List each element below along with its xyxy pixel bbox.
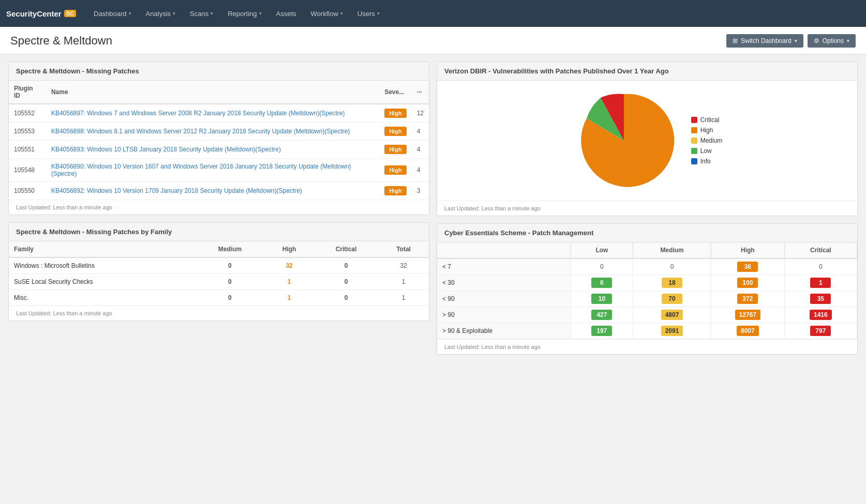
gear-icon: ⚙ (814, 37, 819, 44)
plugin-name: KB4056893: Windows 10 LTSB January 2018 … (46, 141, 379, 159)
patch-cell-high: 8007 (711, 323, 784, 339)
table-row[interactable]: SuSE Local Security Checks 0 1 0 1 (9, 274, 429, 290)
patch-badge-high: 372 (737, 294, 758, 304)
patch-badge-medium: 18 (662, 278, 682, 288)
missing-patches-last-updated: Last Updated: Less than a minute ago (9, 200, 429, 215)
col-total: Total (378, 241, 429, 257)
patch-cell-low: 10 (571, 291, 633, 307)
count-cell: 12 (412, 104, 429, 123)
family-name: Windows : Microsoft Bulletins (9, 257, 196, 274)
patch-badge-low: 197 (591, 326, 612, 336)
legend-label-high: High (700, 127, 713, 134)
table-row[interactable]: < 90107037235 (437, 291, 857, 307)
nav-item-users[interactable]: Users▾ (350, 2, 387, 26)
table-row[interactable]: Windows : Microsoft Bulletins 0 32 0 32 (9, 257, 429, 274)
nav-item-reporting[interactable]: Reporting▾ (220, 2, 268, 26)
count-cell: 4 (412, 141, 429, 159)
patch-cell-high: 100 (711, 275, 784, 291)
table-row[interactable]: 105553 KB4056898: Windows 8.1 and Window… (9, 123, 429, 141)
missing-patches-table-scroll[interactable]: Plugin ID Name Seve... ··· 105552 KB4056… (9, 81, 429, 200)
legend-label-critical: Critical (700, 116, 720, 124)
legend-dot-critical (691, 117, 697, 123)
col-name: Name (46, 81, 379, 104)
table-row[interactable]: 105552 KB4056897: Windows 7 and Windows … (9, 104, 429, 123)
patch-cell-medium: 4807 (633, 307, 711, 323)
navbar: SecurityCenter SC Dashboard▾Analysis▾Sca… (0, 0, 866, 27)
family-name: Misc. (9, 290, 196, 306)
table-row[interactable]: 105550 KB4056892: Windows 10 Version 170… (9, 182, 429, 200)
nav-caret-icon: ▾ (259, 11, 262, 16)
plugin-id: 105551 (9, 141, 46, 159)
nav-item-analysis[interactable]: Analysis▾ (139, 2, 183, 26)
patch-thead: Low Medium High Critical (437, 242, 857, 258)
col-plugin-id: Plugin ID (9, 81, 46, 104)
plugin-name: KB4056892: Windows 10 Version 1709 Janua… (46, 182, 379, 200)
switch-caret-icon: ▾ (795, 38, 797, 43)
family-medium: 0 (196, 274, 265, 290)
patch-badge-low: 427 (591, 310, 612, 320)
nav-items: Dashboard▾Analysis▾Scans▾Reporting▾Asset… (86, 2, 387, 26)
nav-caret-icon: ▾ (129, 11, 131, 16)
patch-row-label: < 7 (437, 258, 571, 275)
patch-badge-medium: 4807 (661, 310, 683, 320)
table-row[interactable]: < 306181001 (437, 275, 857, 291)
patch-badge-high: 100 (737, 278, 758, 288)
nav-label: Reporting (228, 10, 257, 18)
table-row[interactable]: 105548 KB4056890: Windows 10 Version 160… (9, 159, 429, 182)
patch-cell-medium: 70 (633, 291, 711, 307)
pie-section: Critical High Medium Low (437, 81, 857, 201)
table-row[interactable]: < 700360 (437, 258, 857, 275)
patch-cell-low: 0 (571, 258, 633, 275)
nav-item-dashboard[interactable]: Dashboard▾ (86, 2, 139, 26)
pie-svg (572, 89, 676, 192)
nav-label: Analysis (146, 10, 171, 18)
patch-cell-high: 372 (711, 291, 784, 307)
patch-badge-critical: 1416 (810, 310, 832, 320)
page-title: Spectre & Meltdown (10, 34, 112, 48)
legend-dot-high (691, 127, 697, 133)
legend-dot-low (691, 148, 697, 154)
options-button[interactable]: ⚙ Options ▾ (808, 34, 856, 48)
col-severity: Seve... (379, 81, 411, 104)
brand-badge: SC (64, 10, 76, 17)
nav-label: Scans (190, 10, 208, 18)
patch-row-label: < 30 (437, 275, 571, 291)
patch-badge-critical: 1 (810, 278, 831, 288)
table-row[interactable]: 105551 KB4056893: Windows 10 LTSB Januar… (9, 141, 429, 159)
missing-patches-family-body: Family Medium High Critical Total Window… (9, 241, 429, 306)
nav-caret-icon: ▾ (211, 11, 213, 16)
nav-item-workflow[interactable]: Workflow▾ (304, 2, 350, 26)
table-row[interactable]: > 90 & Exploitable19720918007797 (437, 323, 857, 339)
col-medium: Medium (196, 241, 265, 257)
patch-badge-critical: 35 (810, 294, 831, 304)
patch-badge-medium: 70 (662, 294, 682, 304)
patch-badge-low: 10 (591, 294, 612, 304)
table-row[interactable]: Misc. 0 1 0 1 (9, 290, 429, 306)
missing-patches-thead: Plugin ID Name Seve... ··· (9, 81, 429, 104)
family-high: 1 (264, 274, 314, 290)
page-header: Spectre & Meltdown ⊞ Switch Dashboard ▾ … (0, 27, 866, 54)
col-high: High (264, 241, 314, 257)
pie-chart-visual (572, 89, 676, 192)
patch-cell-low: 197 (571, 323, 633, 339)
plugin-id: 105552 (9, 104, 46, 123)
patch-cell-critical: 797 (784, 323, 857, 339)
legend-label-medium: Medium (700, 137, 723, 144)
switch-dashboard-button[interactable]: ⊞ Switch Dashboard ▾ (726, 34, 803, 48)
patch-management-title: Cyber Essentials Scheme - Patch Manageme… (437, 224, 857, 242)
legend-dot-info (691, 158, 697, 164)
col-family: Family (9, 241, 196, 257)
nav-item-scans[interactable]: Scans▾ (183, 2, 220, 26)
patch-col-high: High (711, 242, 784, 258)
family-critical: 0 (314, 274, 378, 290)
pie-legend: Critical High Medium Low (691, 116, 723, 165)
legend-item-high: High (691, 127, 723, 134)
table-row[interactable]: > 904274807127671416 (437, 307, 857, 323)
nav-label: Assets (276, 10, 296, 18)
patch-col-label (437, 242, 571, 258)
family-total: 32 (378, 257, 429, 274)
patch-management-body: Low Medium High Critical < 700360< 30618… (437, 242, 857, 339)
missing-patches-title: Spectre & Meltdown - Missing Patches (9, 62, 429, 81)
switch-dashboard-label: Switch Dashboard (741, 37, 791, 44)
nav-item-assets[interactable]: Assets (269, 2, 304, 26)
